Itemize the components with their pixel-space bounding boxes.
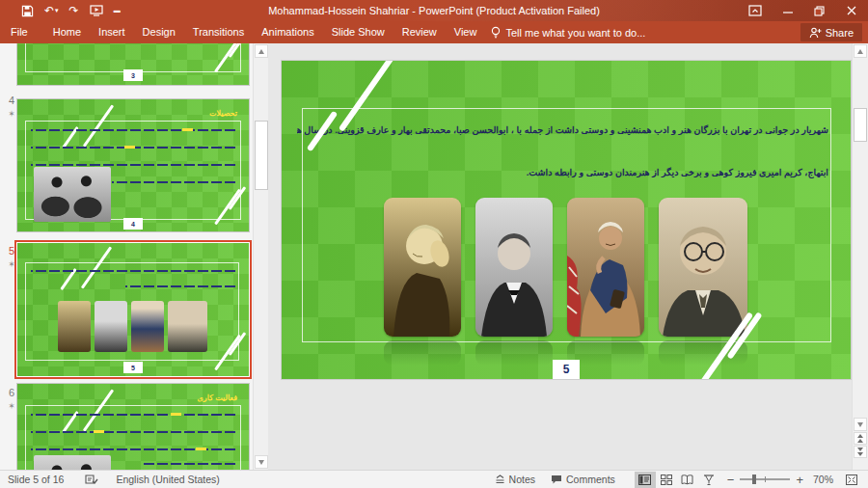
slide-sorter-view-button[interactable] [656,472,677,488]
tab-insert[interactable]: Insert [90,21,134,43]
language-indicator[interactable]: English (United States) [116,474,219,485]
slide-editor: شهریار در جوانی در تهران با بزرگان هنر و… [268,43,852,470]
thumbnail-slide-6[interactable]: فعالیت کاری [17,384,249,470]
content-area: 3 4 ✶ تحصیلات 4 [0,43,868,470]
thumb6-title: فعالیت کاری [198,393,237,402]
portrait-photo-2[interactable] [475,198,553,337]
thumbnail-slide-4[interactable]: تحصیلات 4 [17,99,249,231]
zoom-in-button[interactable]: + [796,472,803,488]
current-slide-canvas[interactable]: شهریار در جوانی در تهران با بزرگان هنر و… [282,61,851,379]
zoom-slider-handle[interactable] [752,474,756,484]
thumb3-number-tab: 3 [123,69,143,81]
share-label: Share [826,27,854,39]
thumb4-photo [34,167,111,222]
slide-thumbnail-panel: 3 4 ✶ تحصیلات 4 [0,43,253,470]
powerpoint-window: ↶▾ ↷ ▬ Mohammad-Hossein Shahriar - Power… [0,0,868,488]
tab-review[interactable]: Review [393,21,446,43]
slide-indicator[interactable]: Slide 5 of 16 [8,474,64,485]
tell-me-box[interactable]: Tell me what you want to do... [491,26,645,39]
lightbulb-icon [491,26,501,39]
comments-button[interactable]: Comments [551,474,615,485]
close-button[interactable] [837,0,866,21]
notes-button[interactable]: Notes [495,474,535,485]
window-title: Mohammad-Hossein Shahriar - PowerPoint (… [0,0,868,21]
thumb4-number-label: 4 [5,95,18,106]
notes-icon [495,474,505,485]
next-slide-button[interactable] [854,446,867,458]
thumb4-title: تحصیلات [209,109,237,118]
tab-file[interactable]: File [2,21,37,43]
slide-text-line-2: ابتهاج، کریم امیری فیروز کوهی و برخی دیگ… [527,167,828,177]
thumb5-photo-1 [58,301,91,352]
previous-slide-button[interactable] [854,432,867,445]
tab-slide-show[interactable]: Slide Show [323,21,393,43]
thumb5-photo-4 [168,301,207,352]
thumbnail-scrollbar-thumb[interactable] [255,121,268,190]
editor-scroll-down-icon[interactable] [854,418,867,431]
thumbnail-scroll-up-icon[interactable] [255,44,268,58]
portrait-photo-3[interactable] [567,198,644,337]
thumb4-number-tab: 4 [123,218,143,230]
slide-sorter-icon [661,474,672,485]
fit-slide-to-window-button[interactable] [841,472,862,488]
thumb6-animation-star-icon: ✶ [5,401,18,411]
thumb6-photo [34,455,111,470]
status-bar: Slide 5 of 16 English (United States) No… [0,470,868,488]
tell-me-label: Tell me what you want to do... [505,27,645,39]
thumb4-animation-star-icon: ✶ [5,109,18,119]
zoom-level[interactable]: 70% [813,474,833,485]
slide-number-tab: 5 [553,360,580,379]
restore-button[interactable] [804,0,833,21]
thumb6-number-label: 6 [5,387,18,398]
thumbnail-slide-3[interactable]: 3 [17,43,249,85]
thumb5-number-label: 5 [5,245,18,257]
tab-animations[interactable]: Animations [253,21,322,43]
thumb5-animation-star-icon: ✶ [5,259,18,269]
share-person-icon [809,27,822,39]
portrait-photo-4[interactable] [659,198,747,337]
reading-view-button[interactable] [677,472,698,488]
portrait-photo-1[interactable] [384,198,461,337]
title-bar: ↶▾ ↷ ▬ Mohammad-Hossein Shahriar - Power… [0,0,868,21]
thumbnail-scroll-down-icon[interactable] [255,455,268,469]
tab-home[interactable]: Home [44,21,90,43]
ribbon-display-options-icon[interactable] [741,0,770,21]
zoom-out-button[interactable]: − [727,472,735,488]
thumbnail-slide-5-selected[interactable]: 5 [17,243,249,376]
spell-check-icon[interactable] [85,474,98,485]
thumb5-number-tab: 5 [123,362,143,373]
comments-icon [551,474,562,485]
tab-transitions[interactable]: Transitions [184,21,253,43]
zoom-slider[interactable] [740,478,790,480]
tab-design[interactable]: Design [134,21,184,43]
thumb5-photo-2 [95,301,127,352]
slide-show-icon [703,474,715,485]
tab-view[interactable]: View [446,21,486,43]
thumb5-photo-3 [131,301,164,352]
slide-text-line-1: شهریار در جوانی در تهران با بزرگان هنر و… [297,124,828,135]
thumbnail-scrollbar[interactable] [253,43,268,470]
slide-show-button[interactable] [698,472,719,488]
normal-view-icon [638,474,651,485]
share-button[interactable]: Share [800,23,862,41]
editor-scrollbar-thumb[interactable] [854,108,867,142]
editor-scroll-up-icon[interactable] [854,44,867,58]
editor-scrollbar[interactable] [852,43,868,470]
minimize-button[interactable] [773,0,802,21]
fit-to-window-icon [846,474,857,485]
reading-view-icon [681,474,693,485]
ribbon-tab-bar: File Home Insert Design Transitions Anim… [0,21,868,43]
normal-view-button[interactable] [635,472,656,488]
